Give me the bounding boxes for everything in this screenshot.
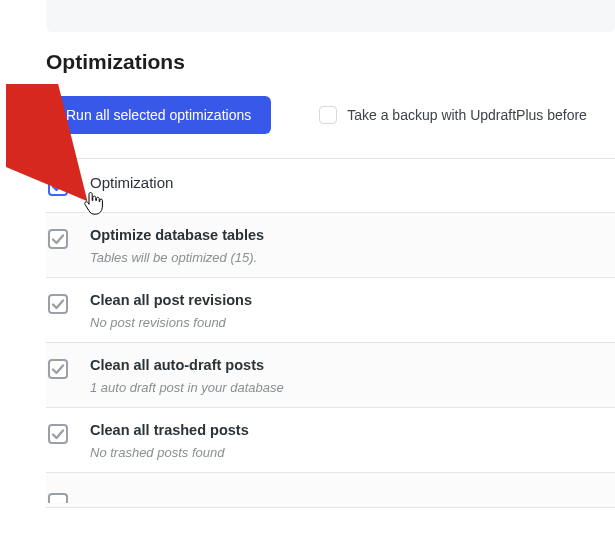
- table-row: Clean all post revisions No post revisio…: [46, 278, 615, 343]
- run-all-optimizations-button[interactable]: Run all selected optimizations: [46, 96, 271, 134]
- row-checkbox[interactable]: [48, 493, 68, 503]
- table-row: [46, 473, 615, 508]
- row-title: Clean all trashed posts: [90, 422, 605, 438]
- backup-label: Take a backup with UpdraftPlus before: [347, 107, 587, 123]
- row-checkbox[interactable]: [48, 424, 68, 444]
- check-icon: [51, 362, 65, 376]
- row-checkbox[interactable]: [48, 229, 68, 249]
- check-icon: [51, 427, 65, 441]
- select-all-checkbox[interactable]: [48, 176, 68, 196]
- row-title: Optimize database tables: [90, 227, 605, 243]
- backup-checkbox[interactable]: [319, 106, 337, 124]
- row-checkbox[interactable]: [48, 359, 68, 379]
- row-desc: No post revisions found: [90, 315, 605, 330]
- check-icon: [51, 179, 65, 193]
- table-row: Optimize database tables Tables will be …: [46, 213, 615, 278]
- row-title: Clean all post revisions: [90, 292, 605, 308]
- row-title: Clean all auto-draft posts: [90, 357, 605, 373]
- column-header-optimization: Optimization: [90, 174, 605, 191]
- row-checkbox[interactable]: [48, 294, 68, 314]
- row-desc: No trashed posts found: [90, 445, 605, 460]
- optimizations-table: Optimization Optimize database tables Ta…: [46, 158, 615, 508]
- actions-row: Run all selected optimizations Take a ba…: [46, 96, 615, 134]
- table-row: Clean all auto-draft posts 1 auto draft …: [46, 343, 615, 408]
- table-row: Clean all trashed posts No trashed posts…: [46, 408, 615, 473]
- check-icon: [51, 297, 65, 311]
- check-icon: [51, 232, 65, 246]
- row-desc: 1 auto draft post in your database: [90, 380, 605, 395]
- row-desc: Tables will be optimized (15).: [90, 250, 605, 265]
- table-header-row: Optimization: [46, 159, 615, 213]
- section-title: Optimizations: [46, 50, 615, 74]
- backup-option: Take a backup with UpdraftPlus before: [319, 106, 587, 124]
- top-banner-placeholder: [46, 0, 615, 32]
